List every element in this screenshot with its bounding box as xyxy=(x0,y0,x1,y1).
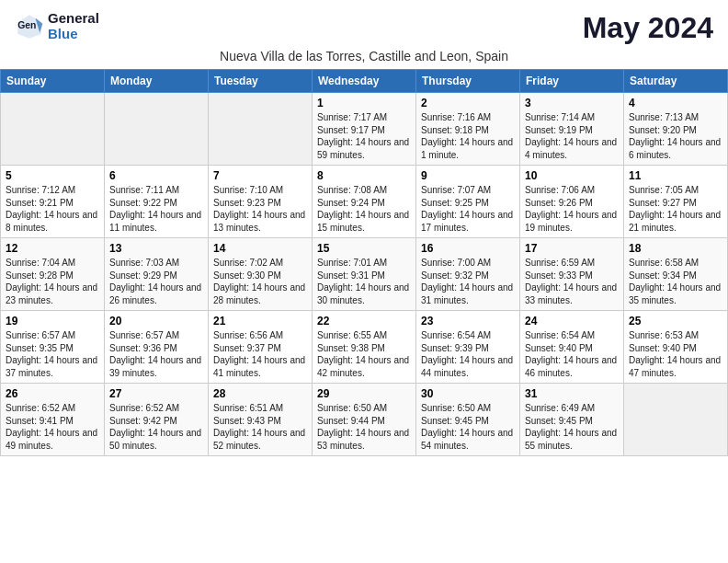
logo-icon: Gen xyxy=(15,12,44,41)
calendar-header-row: SundayMondayTuesdayWednesdayThursdayFrid… xyxy=(1,70,728,93)
day-number: 16 xyxy=(421,242,515,255)
day-header-friday: Friday xyxy=(520,70,624,93)
calendar-week-4: 19Sunrise: 6:57 AMSunset: 9:35 PMDayligh… xyxy=(1,311,728,384)
calendar-cell xyxy=(209,93,313,166)
day-number: 29 xyxy=(317,387,411,400)
calendar-cell: 21Sunrise: 6:56 AMSunset: 9:37 PMDayligh… xyxy=(209,311,313,384)
day-number: 14 xyxy=(213,242,307,255)
logo-general-text: General xyxy=(48,11,99,27)
calendar-week-1: 1Sunrise: 7:17 AMSunset: 9:17 PMDaylight… xyxy=(1,93,728,166)
header: Gen General Blue May 2024 xyxy=(0,0,728,49)
day-header-tuesday: Tuesday xyxy=(209,70,313,93)
calendar-cell: 2Sunrise: 7:16 AMSunset: 9:18 PMDaylight… xyxy=(416,93,520,166)
day-number: 22 xyxy=(317,315,411,327)
day-number: 12 xyxy=(6,242,99,255)
day-detail: Sunrise: 6:57 AMSunset: 9:35 PMDaylight:… xyxy=(6,329,99,379)
calendar-week-5: 26Sunrise: 6:52 AMSunset: 9:41 PMDayligh… xyxy=(1,384,728,456)
calendar-table: SundayMondayTuesdayWednesdayThursdayFrid… xyxy=(0,69,728,456)
day-number: 28 xyxy=(213,387,307,400)
calendar-cell: 13Sunrise: 7:03 AMSunset: 9:29 PMDayligh… xyxy=(105,238,209,311)
day-header-sunday: Sunday xyxy=(1,70,105,93)
day-detail: Sunrise: 7:17 AMSunset: 9:17 PMDaylight:… xyxy=(317,111,411,161)
calendar-cell: 15Sunrise: 7:01 AMSunset: 9:31 PMDayligh… xyxy=(313,238,416,311)
calendar-cell: 3Sunrise: 7:14 AMSunset: 9:19 PMDaylight… xyxy=(520,93,624,166)
calendar-cell: 30Sunrise: 6:50 AMSunset: 9:45 PMDayligh… xyxy=(416,384,520,456)
day-number: 25 xyxy=(629,315,722,327)
day-number: 23 xyxy=(421,315,515,327)
day-number: 6 xyxy=(109,169,203,182)
day-number: 3 xyxy=(525,97,619,109)
calendar-cell: 25Sunrise: 6:53 AMSunset: 9:40 PMDayligh… xyxy=(624,311,728,384)
day-detail: Sunrise: 7:14 AMSunset: 9:19 PMDaylight:… xyxy=(525,111,619,161)
calendar-cell: 31Sunrise: 6:49 AMSunset: 9:45 PMDayligh… xyxy=(520,384,624,456)
day-detail: Sunrise: 6:52 AMSunset: 9:42 PMDaylight:… xyxy=(109,402,203,452)
calendar-cell: 11Sunrise: 7:05 AMSunset: 9:27 PMDayligh… xyxy=(624,166,728,238)
calendar-cell: 10Sunrise: 7:06 AMSunset: 9:26 PMDayligh… xyxy=(520,166,624,238)
logo-text: General Blue xyxy=(48,11,99,41)
logo-blue-text: Blue xyxy=(48,27,99,42)
day-detail: Sunrise: 7:07 AMSunset: 9:25 PMDaylight:… xyxy=(421,184,515,234)
day-number: 10 xyxy=(525,169,619,182)
day-number: 30 xyxy=(421,387,515,400)
day-detail: Sunrise: 6:59 AMSunset: 9:33 PMDaylight:… xyxy=(525,257,619,306)
calendar-cell: 20Sunrise: 6:57 AMSunset: 9:36 PMDayligh… xyxy=(105,311,209,384)
logo: Gen General Blue xyxy=(15,11,99,41)
day-number: 31 xyxy=(525,387,619,400)
calendar-cell: 1Sunrise: 7:17 AMSunset: 9:17 PMDaylight… xyxy=(313,93,416,166)
calendar-cell: 4Sunrise: 7:13 AMSunset: 9:20 PMDaylight… xyxy=(624,93,728,166)
day-detail: Sunrise: 7:10 AMSunset: 9:23 PMDaylight:… xyxy=(213,184,307,234)
day-detail: Sunrise: 7:11 AMSunset: 9:22 PMDaylight:… xyxy=(109,184,203,234)
day-detail: Sunrise: 7:04 AMSunset: 9:28 PMDaylight:… xyxy=(6,257,99,306)
day-number: 21 xyxy=(213,315,307,327)
day-header-saturday: Saturday xyxy=(624,70,728,93)
calendar-cell: 5Sunrise: 7:12 AMSunset: 9:21 PMDaylight… xyxy=(1,166,105,238)
day-detail: Sunrise: 7:13 AMSunset: 9:20 PMDaylight:… xyxy=(629,111,722,161)
calendar-week-2: 5Sunrise: 7:12 AMSunset: 9:21 PMDaylight… xyxy=(1,166,728,238)
day-number: 27 xyxy=(109,387,203,400)
svg-text:Gen: Gen xyxy=(17,19,36,29)
calendar-cell: 12Sunrise: 7:04 AMSunset: 9:28 PMDayligh… xyxy=(1,238,105,311)
day-number: 20 xyxy=(109,315,203,327)
day-detail: Sunrise: 7:00 AMSunset: 9:32 PMDaylight:… xyxy=(421,257,515,306)
day-detail: Sunrise: 7:16 AMSunset: 9:18 PMDaylight:… xyxy=(421,111,515,161)
day-number: 24 xyxy=(525,315,619,327)
day-number: 17 xyxy=(525,242,619,255)
calendar-cell: 18Sunrise: 6:58 AMSunset: 9:34 PMDayligh… xyxy=(624,238,728,311)
calendar-cell: 29Sunrise: 6:50 AMSunset: 9:44 PMDayligh… xyxy=(313,384,416,456)
day-detail: Sunrise: 7:05 AMSunset: 9:27 PMDaylight:… xyxy=(629,184,722,234)
day-number: 11 xyxy=(629,169,722,182)
day-detail: Sunrise: 6:54 AMSunset: 9:39 PMDaylight:… xyxy=(421,329,515,379)
day-number: 15 xyxy=(317,242,411,255)
calendar-cell: 17Sunrise: 6:59 AMSunset: 9:33 PMDayligh… xyxy=(520,238,624,311)
day-header-thursday: Thursday xyxy=(416,70,520,93)
day-number: 19 xyxy=(6,315,99,327)
calendar-cell: 26Sunrise: 6:52 AMSunset: 9:41 PMDayligh… xyxy=(1,384,105,456)
day-number: 9 xyxy=(421,169,515,182)
day-number: 5 xyxy=(6,169,99,182)
day-detail: Sunrise: 6:58 AMSunset: 9:34 PMDaylight:… xyxy=(629,257,722,306)
day-detail: Sunrise: 6:50 AMSunset: 9:44 PMDaylight:… xyxy=(317,402,411,452)
day-number: 2 xyxy=(421,97,515,109)
calendar-cell: 24Sunrise: 6:54 AMSunset: 9:40 PMDayligh… xyxy=(520,311,624,384)
day-number: 13 xyxy=(109,242,203,255)
day-detail: Sunrise: 6:56 AMSunset: 9:37 PMDaylight:… xyxy=(213,329,307,379)
day-detail: Sunrise: 7:03 AMSunset: 9:29 PMDaylight:… xyxy=(109,257,203,306)
day-detail: Sunrise: 6:55 AMSunset: 9:38 PMDaylight:… xyxy=(317,329,411,379)
calendar-cell: 14Sunrise: 7:02 AMSunset: 9:30 PMDayligh… xyxy=(209,238,313,311)
calendar-cell: 7Sunrise: 7:10 AMSunset: 9:23 PMDaylight… xyxy=(209,166,313,238)
day-detail: Sunrise: 7:12 AMSunset: 9:21 PMDaylight:… xyxy=(6,184,99,234)
day-number: 8 xyxy=(317,169,411,182)
day-detail: Sunrise: 6:57 AMSunset: 9:36 PMDaylight:… xyxy=(109,329,203,379)
calendar-cell: 8Sunrise: 7:08 AMSunset: 9:24 PMDaylight… xyxy=(313,166,416,238)
day-number: 26 xyxy=(6,387,99,400)
calendar-week-3: 12Sunrise: 7:04 AMSunset: 9:28 PMDayligh… xyxy=(1,238,728,311)
calendar-cell: 28Sunrise: 6:51 AMSunset: 9:43 PMDayligh… xyxy=(209,384,313,456)
day-detail: Sunrise: 7:01 AMSunset: 9:31 PMDaylight:… xyxy=(317,257,411,306)
day-detail: Sunrise: 6:54 AMSunset: 9:40 PMDaylight:… xyxy=(525,329,619,379)
day-number: 7 xyxy=(213,169,307,182)
calendar-cell: 16Sunrise: 7:00 AMSunset: 9:32 PMDayligh… xyxy=(416,238,520,311)
day-detail: Sunrise: 7:08 AMSunset: 9:24 PMDaylight:… xyxy=(317,184,411,234)
calendar-cell xyxy=(624,384,728,456)
calendar-cell: 27Sunrise: 6:52 AMSunset: 9:42 PMDayligh… xyxy=(105,384,209,456)
calendar-cell: 22Sunrise: 6:55 AMSunset: 9:38 PMDayligh… xyxy=(313,311,416,384)
